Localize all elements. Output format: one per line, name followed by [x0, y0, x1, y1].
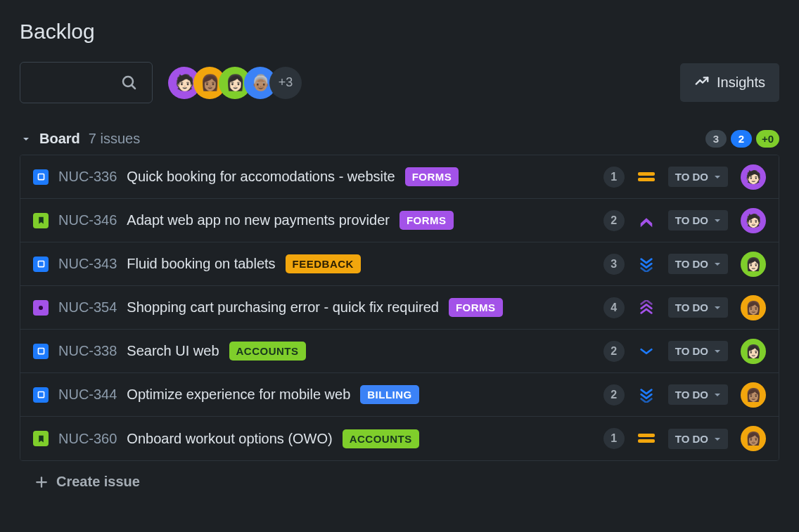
priority-icon[interactable]	[637, 172, 656, 182]
status-pill-inprogress[interactable]: 2	[731, 130, 752, 148]
issue-type-icon	[33, 169, 49, 185]
issue-label[interactable]: BILLING	[360, 385, 419, 404]
status-label: TO DO	[675, 345, 708, 357]
issue-type-icon	[33, 257, 49, 272]
priority-icon[interactable]	[637, 434, 656, 443]
issue-summary[interactable]: Adapt web app no new payments provider	[127, 212, 390, 228]
issue-summary[interactable]: Search UI web	[127, 343, 219, 359]
svg-rect-2	[38, 174, 44, 179]
status-label: TO DO	[675, 433, 708, 445]
issue-label[interactable]: ACCOUNTS	[229, 342, 306, 361]
svg-rect-10	[638, 439, 655, 443]
svg-rect-8	[38, 391, 44, 397]
story-points[interactable]: 1	[603, 167, 625, 188]
assignee-avatar[interactable]: 👩🏽	[741, 426, 766, 451]
plus-icon	[35, 476, 48, 488]
issue-summary[interactable]: Optimize experience for mobile web	[127, 387, 350, 403]
issue-type-icon	[33, 431, 49, 446]
issue-summary[interactable]: Onboard workout options (OWO)	[127, 431, 332, 447]
issue-label[interactable]: FORMS	[400, 211, 454, 230]
status-dropdown[interactable]: TO DO	[668, 167, 728, 187]
section-header[interactable]: Board 7 issues 3 2 +0	[20, 130, 779, 148]
page-title: Backlog	[20, 20, 779, 44]
status-pill-todo[interactable]: 3	[705, 130, 727, 148]
issue-row[interactable]: NUC-360Onboard workout options (OWO)ACCO…	[20, 417, 779, 460]
assignee-avatar[interactable]: 👩🏻	[741, 339, 766, 364]
chevron-down-icon	[714, 258, 721, 270]
section-status-pills: 3 2 +0	[705, 130, 779, 148]
issue-key[interactable]: NUC-336	[58, 169, 117, 185]
priority-icon[interactable]	[637, 347, 656, 356]
assignee-avatar[interactable]: 🧑🏻	[741, 164, 766, 190]
priority-icon[interactable]	[637, 257, 656, 272]
issue-row[interactable]: NUC-344Optimize experience for mobile we…	[20, 373, 779, 417]
issue-key[interactable]: NUC-343	[58, 256, 117, 272]
chart-line-icon	[694, 73, 710, 92]
issue-key[interactable]: NUC-354	[58, 299, 117, 316]
status-label: TO DO	[675, 389, 708, 401]
chevron-down-icon	[714, 171, 721, 183]
issue-row[interactable]: NUC-338Search UI webACCOUNTS2TO DO👩🏻	[20, 330, 779, 373]
issue-key[interactable]: NUC-360	[58, 431, 117, 447]
story-points[interactable]: 2	[603, 384, 625, 406]
insights-button[interactable]: Insights	[680, 63, 779, 102]
priority-icon[interactable]	[637, 300, 656, 316]
search-input[interactable]	[20, 62, 153, 103]
chevron-down-icon	[714, 433, 721, 445]
svg-rect-5	[38, 261, 44, 266]
chevron-down-icon	[714, 345, 721, 357]
svg-rect-7	[38, 348, 44, 353]
svg-rect-9	[638, 434, 655, 437]
status-dropdown[interactable]: TO DO	[668, 341, 728, 361]
avatar-more[interactable]: +3	[269, 67, 302, 99]
chevron-down-icon	[714, 389, 721, 401]
issue-key[interactable]: NUC-344	[58, 387, 117, 403]
issue-summary[interactable]: Quick booking for accomodations - websit…	[127, 169, 395, 185]
assignee-avatar[interactable]: 🧑🏻	[741, 208, 766, 233]
assignee-avatar[interactable]: 👩🏻	[741, 252, 766, 277]
svg-point-6	[39, 306, 43, 310]
insights-label: Insights	[717, 74, 765, 91]
assignee-avatar[interactable]: 👩🏽	[741, 295, 766, 320]
create-issue-label: Create issue	[56, 474, 140, 490]
status-label: TO DO	[675, 301, 708, 313]
story-points[interactable]: 1	[603, 428, 625, 449]
status-dropdown[interactable]: TO DO	[668, 429, 728, 449]
status-dropdown[interactable]: TO DO	[668, 254, 728, 274]
issue-summary[interactable]: Shopping cart purchasing error - quick f…	[127, 299, 439, 316]
issue-row[interactable]: NUC-343Fluid booking on tabletsFEEDBACK3…	[20, 242, 779, 286]
status-label: TO DO	[675, 214, 708, 226]
issue-key[interactable]: NUC-338	[58, 343, 117, 359]
status-dropdown[interactable]: TO DO	[668, 297, 728, 318]
story-points[interactable]: 2	[603, 341, 625, 362]
issue-label[interactable]: FORMS	[449, 298, 503, 317]
assignee-avatar[interactable]: 👩🏽	[741, 382, 766, 408]
issue-row[interactable]: NUC-336Quick booking for accomodations -…	[20, 155, 779, 199]
section-name: Board	[39, 131, 80, 147]
issue-row[interactable]: NUC-354Shopping cart purchasing error - …	[20, 286, 779, 330]
story-points[interactable]: 4	[603, 297, 625, 318]
svg-rect-4	[638, 178, 655, 181]
avatar-group[interactable]: 🧑🏻 👩🏽 👩🏻 👵🏽 +3	[168, 67, 302, 99]
issue-row[interactable]: NUC-346Adapt web app no new payments pro…	[20, 199, 779, 242]
story-points[interactable]: 3	[603, 254, 625, 275]
story-points[interactable]: 2	[603, 210, 625, 231]
priority-icon[interactable]	[637, 214, 656, 228]
issue-type-icon	[33, 387, 49, 403]
issue-type-icon	[33, 300, 49, 316]
chevron-down-icon	[20, 133, 32, 145]
issue-summary[interactable]: Fluid booking on tablets	[127, 256, 275, 272]
issue-label[interactable]: FEEDBACK	[286, 254, 361, 273]
toolbar: 🧑🏻 👩🏽 👩🏻 👵🏽 +3 Insights	[20, 62, 779, 103]
issue-key[interactable]: NUC-346	[58, 212, 117, 228]
issue-label[interactable]: FORMS	[405, 167, 459, 186]
issue-list: NUC-336Quick booking for accomodations -…	[20, 155, 779, 461]
issue-label[interactable]: ACCOUNTS	[343, 429, 419, 448]
priority-icon[interactable]	[637, 387, 656, 403]
status-dropdown[interactable]: TO DO	[668, 210, 728, 231]
create-issue-button[interactable]: Create issue	[20, 461, 779, 502]
status-pill-done[interactable]: +0	[756, 130, 779, 148]
status-dropdown[interactable]: TO DO	[668, 384, 728, 405]
issue-type-icon	[33, 213, 49, 228]
issue-type-icon	[33, 344, 49, 359]
